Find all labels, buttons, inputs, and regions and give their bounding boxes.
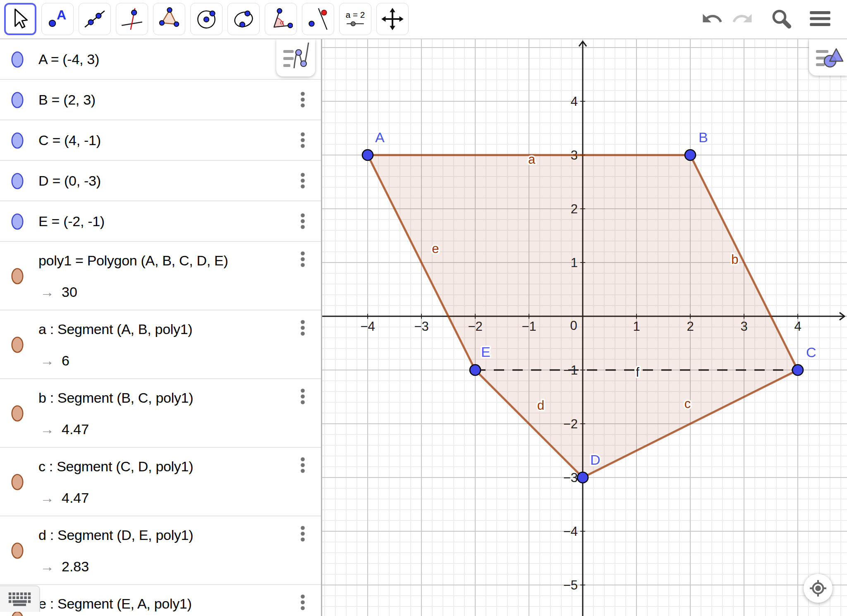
- standard-view-button[interactable]: [804, 574, 833, 603]
- point-B[interactable]: [685, 150, 696, 160]
- search-icon: [770, 7, 792, 30]
- point-A[interactable]: [362, 150, 373, 160]
- panel-graphics-divider[interactable]: [321, 39, 322, 616]
- tool-move[interactable]: [4, 3, 36, 35]
- search-button[interactable]: [770, 7, 793, 30]
- visibility-toggle-E[interactable]: [11, 213, 24, 230]
- y-axis-number: 4: [571, 94, 578, 109]
- segment-label-e[interactable]: e: [432, 241, 439, 256]
- algebra-row-e[interactable]: e : Segment (E, A, poly1): [0, 585, 321, 616]
- definition-poly1[interactable]: poly1 = Polygon (A, B, C, D, E): [38, 253, 228, 269]
- algebra-row-C[interactable]: C = (4, -1): [0, 120, 321, 161]
- segment-label-c[interactable]: c: [684, 396, 691, 411]
- tool-slider[interactable]: a = 2: [339, 3, 371, 35]
- row-menu-button-b[interactable]: [300, 388, 305, 406]
- tool-ellipse[interactable]: [227, 3, 260, 35]
- segment-label-a[interactable]: a: [528, 152, 536, 167]
- point-label-B[interactable]: B: [699, 129, 708, 145]
- algebra-row-poly1[interactable]: poly1 = Polygon (A, B, C, D, E) →30: [0, 242, 321, 310]
- menu-button[interactable]: [809, 7, 832, 30]
- tool-perpendicular-line[interactable]: [116, 3, 148, 35]
- output-arrow-icon: →: [40, 490, 54, 506]
- x-axis-number: 4: [794, 319, 801, 334]
- visibility-toggle-d[interactable]: [11, 542, 24, 559]
- definition-D[interactable]: D = (0, -3): [38, 173, 101, 189]
- tool-reflect-about-line[interactable]: [302, 3, 334, 35]
- value-a: →6: [40, 353, 69, 369]
- tool-circle-with-center[interactable]: [190, 3, 223, 35]
- redo-icon: [731, 7, 754, 30]
- algebra-row-c[interactable]: c : Segment (C, D, poly1) →4.47: [0, 448, 321, 516]
- algebra-row-D[interactable]: D = (0, -3): [0, 161, 321, 201]
- point-label-D[interactable]: D: [590, 452, 601, 468]
- visibility-toggle-A[interactable]: [11, 51, 24, 68]
- row-menu-button-E[interactable]: [300, 213, 305, 230]
- row-menu-button-a[interactable]: [300, 320, 305, 337]
- tool-point[interactable]: A: [41, 3, 74, 35]
- point-D[interactable]: [577, 472, 588, 483]
- algebra-row-b[interactable]: b : Segment (B, C, poly1) →4.47: [0, 379, 321, 448]
- definition-A[interactable]: A = (-4, 3): [38, 51, 99, 67]
- move-graphics-view-icon: [380, 7, 404, 31]
- x-axis-number: −3: [414, 319, 428, 334]
- y-axis-number: −5: [563, 578, 578, 592]
- visibility-toggle-B[interactable]: [11, 92, 24, 108]
- visibility-toggle-a[interactable]: [11, 337, 24, 353]
- tool-angle[interactable]: α: [265, 3, 297, 35]
- perpendicular-line-icon: [120, 7, 144, 31]
- definition-a[interactable]: a : Segment (A, B, poly1): [38, 321, 192, 337]
- graphics-style-icon: [809, 39, 847, 76]
- row-menu-button-D[interactable]: [300, 172, 305, 190]
- row-menu-button-C[interactable]: [300, 132, 305, 149]
- output-arrow-icon: →: [40, 559, 54, 574]
- algebra-row-B[interactable]: B = (2, 3): [0, 80, 321, 120]
- visibility-toggle-b[interactable]: [11, 405, 24, 422]
- definition-c[interactable]: c : Segment (C, D, poly1): [38, 458, 193, 475]
- keyboard-toggle-button[interactable]: [0, 585, 40, 612]
- graph-canvas[interactable]: −4−3−2−112344321−1−2−3−4−50abcdefABCDE: [322, 39, 847, 616]
- row-menu-button-e[interactable]: [300, 594, 305, 611]
- segment-label-f[interactable]: f: [636, 365, 639, 380]
- menu-icon: [809, 7, 831, 30]
- algebra-row-a[interactable]: a : Segment (A, B, poly1) →6: [0, 310, 321, 379]
- algebra-row-E[interactable]: E = (-2, -1): [0, 201, 321, 242]
- graphics-style-button[interactable]: [809, 39, 847, 76]
- row-menu-button-B[interactable]: [300, 91, 305, 109]
- algebra-row-A[interactable]: A = (-4, 3): [0, 39, 321, 80]
- redo-button[interactable]: [731, 7, 754, 30]
- point-label-A[interactable]: A: [375, 129, 385, 145]
- toolbar: Aαa = 2: [0, 0, 847, 39]
- graphics-view[interactable]: −4−3−2−112344321−1−2−3−4−50abcdefABCDE: [322, 39, 847, 616]
- segment-label-d[interactable]: d: [537, 398, 544, 413]
- row-menu-button-d[interactable]: [300, 525, 305, 543]
- algebra-style-button[interactable]: [276, 39, 315, 76]
- point-C[interactable]: [792, 365, 803, 375]
- tool-line[interactable]: [79, 3, 111, 35]
- definition-e[interactable]: e : Segment (E, A, poly1): [38, 596, 191, 612]
- definition-b[interactable]: b : Segment (B, C, poly1): [38, 390, 193, 406]
- value-c: →4.47: [40, 490, 89, 506]
- definition-C[interactable]: C = (4, -1): [38, 132, 101, 148]
- line-icon: [83, 7, 107, 31]
- tool-move-graphics-view[interactable]: [376, 3, 409, 35]
- definition-d[interactable]: d : Segment (D, E, poly1): [38, 527, 193, 543]
- undo-button[interactable]: [701, 7, 724, 30]
- definition-B[interactable]: B = (2, 3): [38, 92, 96, 108]
- point-label-C[interactable]: C: [806, 344, 816, 360]
- row-menu-button-poly1[interactable]: [300, 251, 305, 268]
- move-icon: [8, 7, 32, 31]
- tool-polygon[interactable]: [153, 3, 185, 35]
- definition-E[interactable]: E = (-2, -1): [38, 213, 105, 229]
- visibility-toggle-C[interactable]: [11, 132, 24, 149]
- visibility-toggle-poly1[interactable]: [11, 268, 24, 284]
- algebra-row-d[interactable]: d : Segment (D, E, poly1) →2.83: [0, 516, 321, 585]
- value-poly1: →30: [40, 284, 77, 300]
- crosshair-target-icon: [809, 579, 828, 598]
- segment-label-b[interactable]: b: [731, 252, 738, 267]
- visibility-toggle-c[interactable]: [11, 474, 24, 490]
- svg-text:α: α: [280, 19, 284, 26]
- visibility-toggle-D[interactable]: [11, 173, 24, 189]
- point-label-E[interactable]: E: [481, 344, 490, 360]
- row-menu-button-c[interactable]: [300, 457, 305, 474]
- point-E[interactable]: [470, 365, 481, 375]
